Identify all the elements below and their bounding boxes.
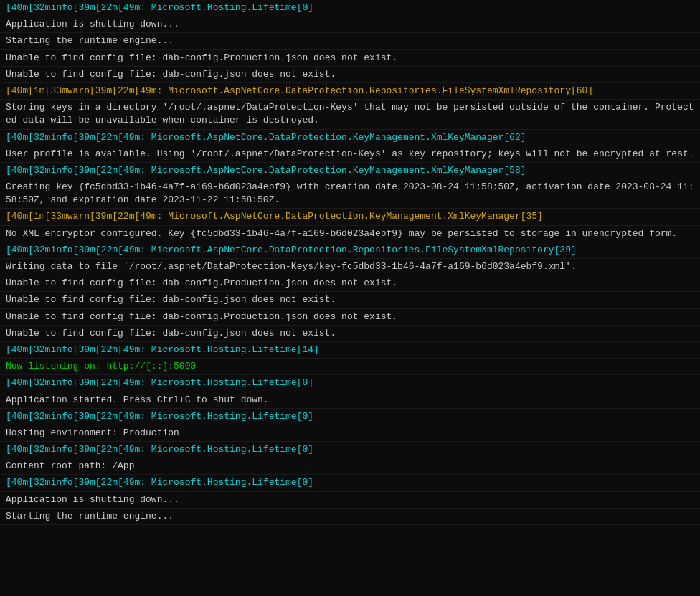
log-line: [40m[32minfo[39m[22m[49m: Microsoft.Host… bbox=[0, 409, 700, 425]
terminal-output: [40m[32minfo[39m[22m[49m: Microsoft.Host… bbox=[0, 0, 700, 525]
log-line: Unable to find config file: dab-config.j… bbox=[0, 292, 700, 308]
log-line: Unable to find config file: dab-config.P… bbox=[0, 275, 700, 292]
log-line: Storing keys in a directory '/root/.aspn… bbox=[0, 100, 700, 129]
log-line: [40m[32minfo[39m[22m[49m: Microsoft.AspN… bbox=[0, 163, 700, 179]
log-line: [40m[32minfo[39m[22m[49m: Microsoft.Host… bbox=[0, 442, 700, 458]
log-line: [40m[1m[33mwarn[39m[22m[49m: Microsoft.A… bbox=[0, 83, 700, 100]
log-line: Starting the runtime engine... bbox=[0, 509, 700, 525]
log-line: Unable to find config file: dab-config.j… bbox=[0, 67, 700, 83]
log-line: No XML encryptor configured. Key {fc5dbd… bbox=[0, 226, 700, 242]
log-line: Now listening on: http://[::]:5000 bbox=[0, 359, 700, 375]
log-line: Unable to find config file: dab-config.P… bbox=[0, 309, 700, 326]
log-line: [40m[32minfo[39m[22m[49m: Microsoft.Host… bbox=[0, 375, 700, 392]
log-line: Writing data to file '/root/.aspnet/Data… bbox=[0, 259, 700, 275]
log-line: Application is shutting down... bbox=[0, 16, 700, 33]
log-line: Starting the runtime engine... bbox=[0, 33, 700, 49]
log-line: Content root path: /App bbox=[0, 458, 700, 475]
log-line: User profile is available. Using '/root/… bbox=[0, 146, 700, 163]
log-line: Hosting environment: Production bbox=[0, 425, 700, 442]
log-line: Unable to find config file: dab-config.j… bbox=[0, 326, 700, 342]
log-line: [40m[32minfo[39m[22m[49m: Microsoft.Host… bbox=[0, 342, 700, 359]
log-line: Application is shutting down... bbox=[0, 492, 700, 509]
log-line: [40m[32minfo[39m[22m[49m: Microsoft.AspN… bbox=[0, 130, 700, 146]
log-line: [40m[32minfo[39m[22m[49m: Microsoft.AspN… bbox=[0, 242, 700, 259]
log-line: [40m[32minfo[39m[22m[49m: Microsoft.Host… bbox=[0, 0, 700, 16]
log-line: Creating key {fc5dbd33-1b46-4a7f-a169-b6… bbox=[0, 179, 700, 209]
log-line: Unable to find config file: dab-config.P… bbox=[0, 50, 700, 67]
log-line: Application started. Press Ctrl+C to shu… bbox=[0, 392, 700, 409]
log-line: [40m[1m[33mwarn[39m[22m[49m: Microsoft.A… bbox=[0, 209, 700, 225]
log-line: [40m[32minfo[39m[22m[49m: Microsoft.Host… bbox=[0, 475, 700, 491]
